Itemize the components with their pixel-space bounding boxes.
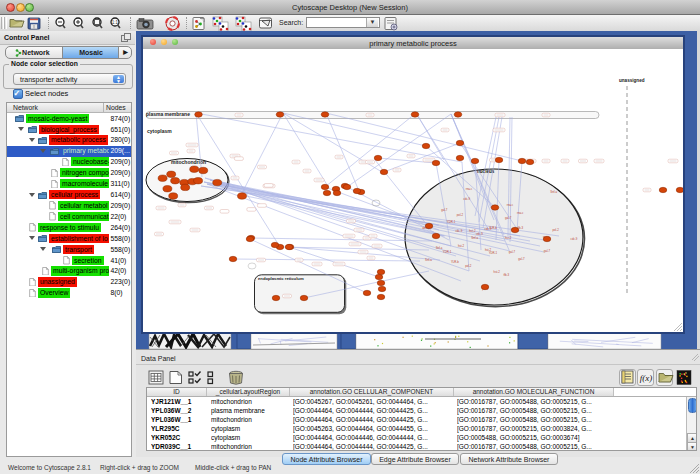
svg-text:cdc-9: cdc-9 [463,197,470,201]
svg-text:Snf-a: Snf-a [436,246,443,250]
svg-text:rna-c: rna-c [466,187,473,191]
svg-text:hst-2: hst-2 [505,236,512,240]
svg-text:hst-2: hst-2 [458,244,465,248]
svg-text:YDR-1: YDR-1 [489,251,498,255]
svg-text:Snf-a: Snf-a [471,236,478,240]
svg-text:unassigned: unassigned [619,78,645,83]
svg-text:plasma membrane: plasma membrane [146,111,190,117]
svg-text:gal-7: gal-7 [441,208,448,212]
svg-text:cdc-9: cdc-9 [455,229,462,233]
svg-text:YDR-1: YDR-1 [447,220,456,224]
svg-text:endoplasmic reticulum: endoplasmic reticulum [258,276,304,281]
svg-text:f(x): f(x) [640,373,653,383]
svg-text:gal-7: gal-7 [505,216,512,220]
svg-text:YDR-1: YDR-1 [443,250,452,254]
svg-text:YLR-b: YLR-b [451,260,459,264]
svg-text:cytoplasm: cytoplasm [147,128,172,134]
svg-text:rna-c: rna-c [517,211,524,215]
svg-text:hst-2: hst-2 [494,270,501,274]
svg-text:gal-7: gal-7 [518,257,525,261]
svg-text:pol-2: pol-2 [457,213,464,217]
svg-text:Snf-a: Snf-a [550,190,557,194]
svg-text:gal-7: gal-7 [544,249,551,253]
svg-text:rna-c: rna-c [507,203,514,207]
svg-text:cdc-9: cdc-9 [571,237,578,241]
svg-text:gal-7: gal-7 [509,250,516,254]
svg-text:1:1: 1:1 [112,20,119,25]
svg-text:tfb-3: tfb-3 [503,273,509,277]
svg-text:YLR-b: YLR-b [489,226,497,230]
svg-text:pol-2: pol-2 [465,264,472,268]
svg-text:pol-2: pol-2 [552,228,559,232]
svg-text:Snf-a: Snf-a [425,258,432,262]
